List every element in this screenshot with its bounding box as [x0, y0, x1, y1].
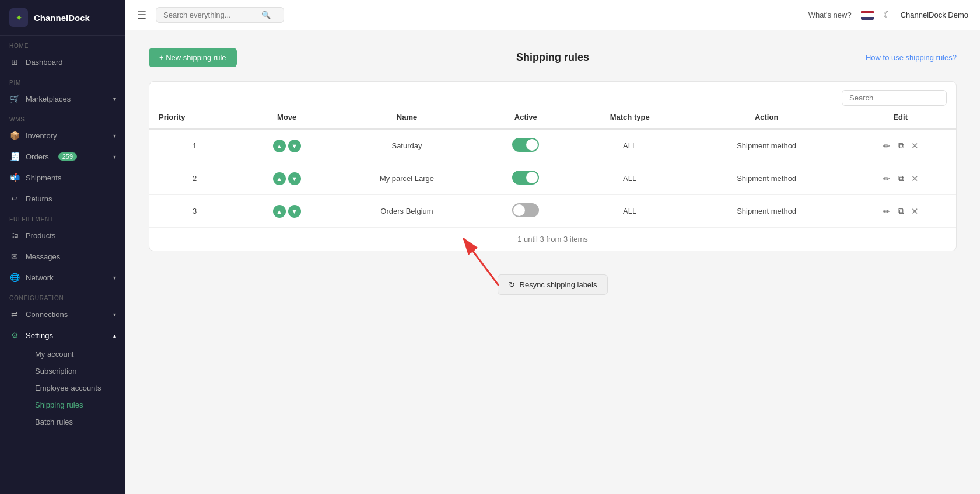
cell-match-type: ALL	[572, 162, 688, 195]
sidebar-returns-label: Returns	[26, 194, 52, 203]
sidebar-item-marketplaces[interactable]: 🛒 Marketplaces ▾	[0, 88, 125, 109]
dark-mode-icon[interactable]: ☾	[883, 9, 891, 20]
edit-button[interactable]: ✏	[882, 140, 891, 152]
move-down-button[interactable]: ▼	[288, 140, 301, 152]
move-up-button[interactable]: ▲	[273, 140, 286, 152]
cell-priority: 1	[149, 129, 240, 162]
move-down-button[interactable]: ▼	[288, 205, 301, 218]
marketplaces-icon: 🛒	[9, 93, 20, 104]
table-footer: 1 until 3 from 3 items	[149, 227, 956, 251]
hamburger-icon[interactable]: ☰	[137, 9, 146, 22]
sidebar-item-settings[interactable]: ⚙ Settings ▴	[0, 325, 125, 346]
returns-icon: ↩	[9, 193, 20, 204]
move-up-button[interactable]: ▲	[273, 205, 286, 218]
cell-edit: ✏ ⧉ ✕	[845, 129, 956, 162]
logo-text: ChannelDock	[34, 13, 90, 23]
sidebar-settings-label: Settings	[26, 331, 53, 340]
chevron-down-icon: ▾	[113, 96, 116, 102]
cell-name: Saturday	[334, 129, 480, 162]
col-action: Action	[688, 106, 845, 129]
user-name[interactable]: ChannelDock Demo	[901, 11, 968, 19]
connections-icon: ⇄	[9, 309, 20, 319]
delete-button[interactable]: ✕	[911, 141, 919, 151]
logo-icon: ✦	[9, 8, 28, 27]
toggle-knob	[526, 139, 538, 151]
cell-priority: 3	[149, 195, 240, 228]
cell-priority: 2	[149, 162, 240, 195]
chevron-down-icon-connections: ▾	[113, 311, 116, 318]
cell-name: Orders Belgium	[334, 195, 480, 228]
col-priority: Priority	[149, 106, 240, 129]
sidebar-item-connections[interactable]: ⇄ Connections ▾	[0, 304, 125, 325]
how-to-link[interactable]: How to use shipping rules?	[866, 53, 957, 62]
search-input[interactable]	[163, 11, 257, 19]
sidebar-item-dashboard[interactable]: ⊞ Dashboard	[0, 51, 125, 72]
search-icon: 🔍	[261, 11, 271, 19]
sidebar-sub-batch-rules[interactable]: Batch rules	[26, 413, 125, 430]
active-toggle[interactable]	[512, 171, 539, 185]
settings-submenu: My account Subscription Employee account…	[0, 346, 125, 430]
copy-button[interactable]: ⧉	[897, 205, 905, 217]
cell-action: Shipment method	[688, 162, 845, 195]
resync-container: ↻ Resync shipping labels	[149, 263, 957, 295]
table-row: 3 ▲ ▼ Orders Belgium ALL Shipment method…	[149, 195, 956, 228]
delete-button[interactable]: ✕	[911, 173, 919, 184]
section-fulfillment-label: Fulfillment	[0, 209, 125, 225]
cell-action: Shipment method	[688, 129, 845, 162]
whats-new-link[interactable]: What's new?	[808, 11, 852, 19]
page-header: + New shipping rule Shipping rules How t…	[149, 48, 957, 67]
sidebar-item-returns[interactable]: ↩ Returns	[0, 188, 125, 209]
cell-action: Shipment method	[688, 195, 845, 228]
sidebar-messages-label: Messages	[26, 252, 60, 261]
table-search-input[interactable]	[842, 90, 947, 106]
sidebar-item-products[interactable]: 🗂 Products	[0, 225, 125, 246]
chevron-up-icon-settings: ▴	[113, 332, 116, 339]
chevron-down-icon-inventory: ▾	[113, 133, 116, 139]
sidebar-item-network[interactable]: 🌐 Network ▾	[0, 267, 125, 288]
settings-icon: ⚙	[9, 330, 20, 340]
shipping-rules-table-card: Priority Move Name Active Match type Act…	[149, 81, 957, 251]
cell-active	[480, 129, 571, 162]
products-icon: 🗂	[9, 230, 20, 241]
move-up-button[interactable]: ▲	[273, 172, 286, 185]
main-layout: ☰ 🔍 What's new? ☾ ChannelDock Demo + New…	[125, 0, 980, 494]
search-bar[interactable]: 🔍	[156, 7, 284, 23]
sidebar-item-messages[interactable]: ✉ Messages	[0, 246, 125, 267]
copy-button[interactable]: ⧉	[897, 172, 905, 185]
sidebar-sub-subscription[interactable]: Subscription	[26, 363, 125, 380]
table-search-row	[149, 82, 956, 106]
topnav-right: What's new? ☾ ChannelDock Demo	[808, 9, 968, 20]
new-shipping-rule-button[interactable]: + New shipping rule	[149, 48, 237, 67]
sidebar-item-inventory[interactable]: 📦 Inventory ▾	[0, 125, 125, 146]
move-down-button[interactable]: ▼	[288, 172, 301, 185]
inventory-icon: 📦	[9, 130, 20, 141]
sidebar-sub-employee-accounts[interactable]: Employee accounts	[26, 380, 125, 396]
shipping-rules-table: Priority Move Name Active Match type Act…	[149, 106, 956, 227]
sidebar-sub-my-account[interactable]: My account	[26, 346, 125, 363]
sidebar-sub-shipping-rules[interactable]: Shipping rules	[26, 396, 125, 413]
page-title: Shipping rules	[516, 51, 589, 64]
active-toggle[interactable]	[512, 138, 539, 152]
sidebar-marketplaces-label: Marketplaces	[26, 95, 71, 103]
active-toggle[interactable]	[512, 203, 539, 217]
copy-button[interactable]: ⧉	[897, 140, 905, 152]
orders-badge: 259	[58, 152, 77, 161]
cell-match-type: ALL	[572, 195, 688, 228]
cell-move: ▲ ▼	[240, 129, 333, 162]
edit-button[interactable]: ✏	[882, 173, 891, 185]
edit-button[interactable]: ✏	[882, 206, 891, 217]
topnav: ☰ 🔍 What's new? ☾ ChannelDock Demo	[125, 0, 980, 30]
sidebar: ✦ ChannelDock Home ⊞ Dashboard PIM 🛒 Mar…	[0, 0, 125, 494]
orders-icon: 🧾	[9, 151, 20, 162]
cell-active	[480, 162, 571, 195]
col-name: Name	[334, 106, 480, 129]
logo-container[interactable]: ✦ ChannelDock	[0, 0, 125, 36]
sidebar-item-orders[interactable]: 🧾 Orders 259 ▾	[0, 146, 125, 167]
sidebar-dashboard-label: Dashboard	[26, 58, 63, 67]
network-icon: 🌐	[9, 272, 20, 283]
toggle-knob	[526, 172, 538, 183]
main-content: + New shipping rule Shipping rules How t…	[125, 30, 980, 494]
delete-button[interactable]: ✕	[911, 206, 919, 217]
resync-button[interactable]: ↻ Resync shipping labels	[498, 274, 608, 295]
sidebar-item-shipments[interactable]: 📬 Shipments	[0, 167, 125, 188]
